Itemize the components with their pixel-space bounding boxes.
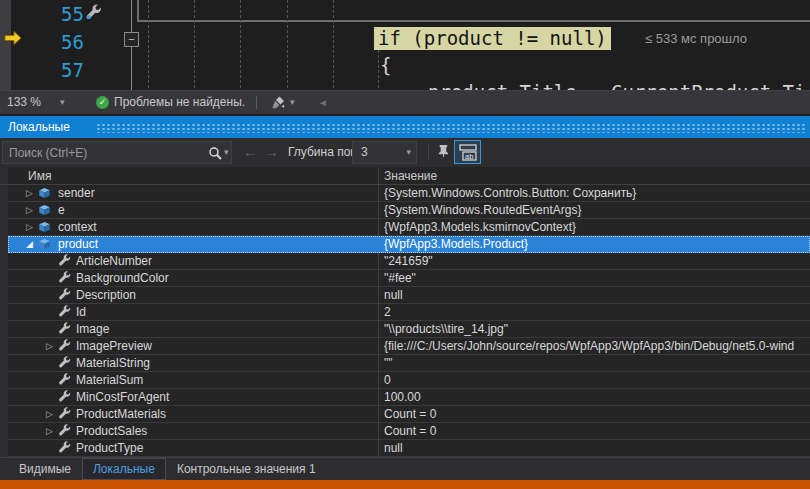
variable-name[interactable]: MaterialSum [76,372,143,388]
tab-active[interactable]: Локальные [82,458,166,480]
variable-name[interactable]: BackgroundColor [76,270,169,286]
variable-value[interactable]: {file:///C:/Users/John/source/repos/WpfA… [384,338,810,354]
perf-tip[interactable]: ≤ 533 мс прошло [645,31,747,46]
scroll-left-icon[interactable]: ◄ [318,91,328,114]
property-icon-wrap [58,271,71,287]
property-icon-wrap [58,356,71,372]
table-row[interactable]: MaterialString"" [8,355,810,372]
property-wrench-icon [58,373,71,386]
search-depth-select[interactable]: 3 ▾ [352,141,417,164]
variable-value[interactable]: {System.Windows.Controls.Button: Сохрани… [384,185,810,201]
variable-value[interactable]: null [384,440,810,456]
pin-values-button[interactable] [433,143,452,162]
table-row[interactable]: ▷ProductMaterialsCount = 0 [8,406,810,423]
table-row[interactable]: ArticleNumber"241659" [8,253,810,270]
table-row[interactable]: ▷e{System.Windows.RoutedEventArgs} [8,202,810,219]
table-row[interactable]: MaterialSum0 [8,372,810,389]
variable-value[interactable]: 0 [384,372,810,388]
code-editor[interactable]: 55565758 − if (product != null) ≤ 533 мс… [0,0,810,90]
table-row[interactable]: ProductTypenull [8,440,810,457]
property-wrench-icon [58,271,71,284]
titlebar-drag-dots[interactable] [96,123,806,133]
grid-header: Имя Значение [0,167,810,185]
variable-value[interactable]: "\\products\\tire_14.jpg" [384,321,810,337]
collapse-region-toggle[interactable]: − [124,32,139,47]
variable-name[interactable]: sender [58,185,95,201]
health-check-icon[interactable]: ✓ [96,96,109,109]
variable-name[interactable]: Id [76,304,86,320]
variable-name[interactable]: ProductType [76,440,143,456]
chevron-down-icon[interactable]: ▾ [290,91,295,114]
variable-value[interactable]: null [384,287,810,303]
line-number: 56 [40,28,84,56]
nav-back-icon[interactable]: ← [243,138,258,166]
chevron-down-icon[interactable]: ▾ [224,138,229,167]
variable-value[interactable]: 2 [384,304,810,320]
variable-value[interactable]: {WpfApp3.Models.ksmirnovContext} [384,219,810,235]
variable-value[interactable]: {System.Windows.RoutedEventArgs} [384,202,810,218]
variable-value[interactable]: 100.00 [384,389,810,405]
variable-name[interactable]: MaterialString [76,355,150,371]
search-icon[interactable] [208,146,222,160]
table-row[interactable]: ▷sender{System.Windows.Controls.Button: … [8,185,810,202]
search-input[interactable] [2,141,232,164]
variable-value[interactable]: Count = 0 [384,406,810,422]
variable-name[interactable]: ProductSales [76,423,147,439]
object-icon [37,237,52,251]
expand-icon[interactable]: ▷ [26,185,33,201]
table-row[interactable]: ▷context{WpfApp3.Models.ksmirnovContext} [8,219,810,236]
variable-name[interactable]: ProductMaterials [76,406,166,422]
locals-window-titlebar[interactable]: Локальные [0,116,810,138]
code-cleanup-broom-icon[interactable] [270,95,286,111]
property-icon-wrap [58,305,71,321]
variable-name[interactable]: MinCostForAgent [76,389,169,405]
expand-icon[interactable]: ▷ [26,202,33,218]
variable-name[interactable]: context [58,219,97,235]
tab-inactive[interactable]: Контрольные значения 1 [166,458,327,480]
highlighted-statement[interactable]: if (product != null) [374,27,611,50]
quick-actions-wrench-icon[interactable] [85,4,102,21]
variable-name[interactable]: product [58,236,98,252]
variable-value[interactable]: "#fee" [384,270,810,286]
variable-name[interactable]: e [58,202,65,218]
table-row[interactable]: ▷ProductSalesCount = 0 [8,423,810,440]
expand-icon[interactable]: ▷ [46,338,53,354]
variable-name[interactable]: Image [76,321,109,337]
property-icon-wrap [58,441,71,457]
debug-status-bar [0,480,810,489]
variable-value[interactable]: "241659" [384,253,810,269]
health-status-text[interactable]: Проблемы не найдены. [114,91,245,114]
expand-icon[interactable]: ▷ [46,423,53,439]
property-wrench-icon [58,288,71,301]
variable-name[interactable]: Description [76,287,136,303]
tab-inactive[interactable]: Видимые [8,458,82,480]
expand-icon[interactable]: ▷ [46,406,53,422]
text-display-icon: ab [459,144,477,161]
column-header-value[interactable]: Значение [384,167,437,185]
nav-forward-icon[interactable]: → [264,138,279,166]
variable-value[interactable]: {WpfApp3.Models.Product} [384,236,810,252]
current-statement-arrow-icon [3,30,23,46]
table-row[interactable]: Id2 [8,304,810,321]
property-wrench-icon [58,441,71,454]
code-line-57: { [380,54,391,76]
collapse-icon[interactable]: ◢ [26,236,33,252]
table-row[interactable]: ▷ImagePreview{file:///C:/Users/John/sour… [8,338,810,355]
table-row[interactable]: ◢product{WpfApp3.Models.Product} [8,236,810,253]
column-header-name[interactable]: Имя [28,167,51,185]
expand-icon[interactable]: ▷ [26,219,33,235]
variable-value[interactable]: Count = 0 [384,423,810,439]
variable-name[interactable]: ArticleNumber [76,253,152,269]
zoom-level[interactable]: 133 % [7,91,41,114]
property-icon-wrap [58,322,71,338]
table-row[interactable]: Image"\\products\\tire_14.jpg" [8,321,810,338]
text-display-toggle-button[interactable]: ab [454,140,481,164]
chevron-down-icon[interactable]: ▾ [60,91,65,114]
table-row[interactable]: BackgroundColor"#fee" [8,270,810,287]
variable-name[interactable]: ImagePreview [76,338,152,354]
table-row[interactable]: Descriptionnull [8,287,810,304]
variable-value[interactable]: "" [384,355,810,371]
table-row[interactable]: MinCostForAgent100.00 [8,389,810,406]
code-block-outline [137,0,810,22]
locals-toolbar: ▾ ← → Глубина поиска: 3 ▾ ab [0,138,810,167]
